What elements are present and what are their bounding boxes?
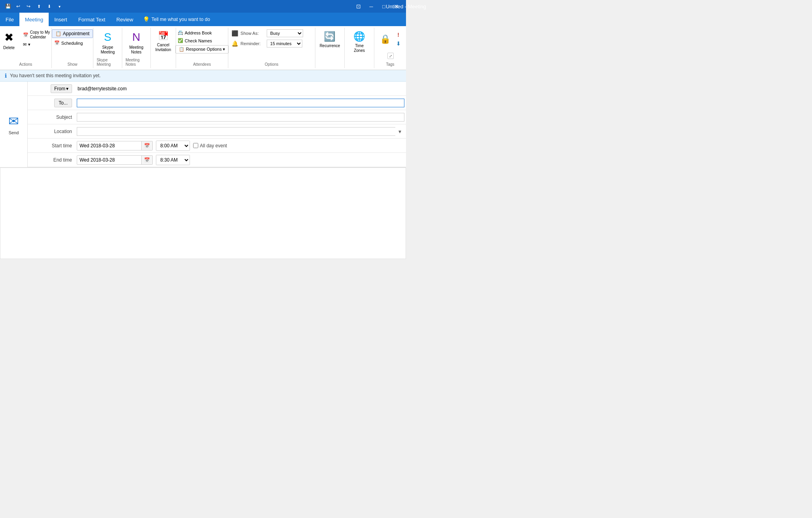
start-time-picker: 8:00 AM 8:30 AM 9:00 AM 9:30 AM 10:00 AM [156,141,190,151]
upload-btn[interactable]: ⬆ [34,2,44,11]
start-date-input[interactable] [77,141,141,150]
letter-icon: ✉ [23,42,27,47]
title-bar: 💾 ↩ ↪ ⬆ ⬇ ▾ Untitled - Meeting ⊡ ─ □ ✕ [0,0,406,13]
meeting-notes-button[interactable]: N MeetingNotes [126,29,147,56]
lock-tag-button[interactable]: 🔒 [378,33,392,45]
quick-save-btn[interactable]: 💾 [3,2,13,11]
quick-access-dropdown[interactable]: ▾ [55,2,64,11]
send-label[interactable]: Send [9,130,19,135]
show-as-icon: ⬛ [231,30,238,36]
attendees-group-label: Attendees [193,61,211,67]
menu-file[interactable]: File [0,13,19,26]
show-as-select[interactable]: Busy Free Tentative Out of Office [267,29,303,37]
delete-button[interactable]: ✖ Delete [0,29,19,52]
location-dropdown-button[interactable]: ▾ [395,127,404,136]
ribbon-attendees-group: 📇 Address Book ✅ Check Names 📋 Response … [176,28,228,68]
end-date-picker: 📅 [77,155,153,165]
skype-icon: S [104,31,112,44]
appointment-button[interactable]: 📋 Appointment [52,29,93,38]
message-body[interactable] [0,168,406,259]
all-day-checkbox[interactable] [193,143,198,148]
cancel-invitation-button[interactable]: 📅✖ CancelInvitation [152,29,174,54]
delete-icon: ✖ [4,31,13,44]
start-time-row: Start time 📅 8:00 AM 8:30 AM [28,139,406,153]
send-icon: ✉ [8,114,19,129]
end-time-select[interactable]: 8:30 AM 9:00 AM 9:30 AM 10:00 AM [156,155,190,165]
check-names-button[interactable]: ✅ Check Names [175,37,214,44]
menu-format-text[interactable]: Format Text [73,13,111,26]
form-section: ✉ Send From ▾ brad@terrytestsite.com [0,82,406,168]
reminder-select[interactable]: 15 minutes 5 minutes 30 minutes 1 hour [267,40,302,48]
importance-high-button[interactable]: ! [395,31,402,39]
ribbon: ✖ Delete 📅 Copy to MyCalendar ✉ ▾ Action… [0,26,406,70]
location-row: Location ▾ [28,124,406,139]
recurrence-icon: 🔄 [324,31,336,42]
to-input[interactable] [77,99,404,107]
recurrence-button[interactable]: 🔄 Recurrence [317,29,343,50]
menu-meeting[interactable]: Meeting [19,13,49,26]
reminder-row: 🔔 Reminder: 15 minutes 5 minutes 30 minu… [231,40,302,48]
check-names-icon: ✅ [178,38,183,43]
location-input[interactable] [77,127,404,136]
menu-review[interactable]: Review [111,13,139,26]
scheduling-button[interactable]: 📅 Scheduling [52,40,85,46]
from-button[interactable]: From ▾ [51,84,72,93]
location-label: Location [54,129,72,134]
options-group-label: Options [265,61,278,67]
response-options-button[interactable]: 📋 Response Options ▾ [175,45,229,53]
ribbon-timezones-group: 🌐 Time Zones [345,28,374,68]
cancel-icon: 📅✖ [158,31,169,41]
all-day-label: All day event [193,143,227,149]
copy-calendar-icon: 📅 [23,32,28,38]
response-options-icon: 📋 [179,47,184,52]
subject-input[interactable] [77,113,404,122]
ribbon-recurrence-group: 🔄 Recurrence [315,28,345,68]
tell-me-bar[interactable]: 💡 Tell me what you want to do [143,13,210,26]
menu-insert[interactable]: Insert [49,13,73,26]
actions-group-label: Actions [19,61,32,67]
importance-low-button[interactable]: ⬇ [395,40,402,48]
main-content: ✉ Send From ▾ brad@terrytestsite.com [0,82,406,259]
end-time-picker: 8:30 AM 9:00 AM 9:30 AM 10:00 AM [156,155,190,165]
show-group-label: Show [68,61,78,67]
start-time-select[interactable]: 8:00 AM 8:30 AM 9:00 AM 9:30 AM 10:00 AM [156,141,190,150]
end-time-row: End time 📅 8:30 AM 9:00 AM [28,153,406,167]
tags-expand-button[interactable]: ⤢ [387,53,394,59]
info-bar: ℹ You haven't sent this meeting invitati… [0,70,406,82]
onenote-icon: N [132,31,140,44]
time-zones-button[interactable]: 🌐 Time Zones [348,29,371,55]
copy-to-calendar-button[interactable]: 📅 Copy to MyCalendar [21,29,53,40]
redo-btn[interactable]: ↪ [24,2,33,11]
ribbon-tags-group: 🔒 ! ⬇ ⤢ Tags [374,28,406,68]
skype-group-label: Skype Meeting [97,56,119,67]
from-email: brad@terrytestsite.com [77,84,404,93]
end-date-calendar-button[interactable]: 📅 [141,156,152,164]
info-icon: ℹ [5,72,7,79]
start-date-picker: 📅 [77,141,153,150]
down-arrow-icon: ⬇ [396,40,401,47]
minimize-btn[interactable]: ─ [365,0,378,13]
ribbon-meeting-notes-group: N MeetingNotes Meeting Notes [122,28,151,68]
to-row: To... [28,96,406,110]
to-button[interactable]: To... [54,99,72,107]
lock-icon: 🔒 [380,34,391,44]
exclamation-icon: ! [397,32,399,38]
undo-btn[interactable]: ↩ [13,2,23,11]
ribbon-skype-group: S SkypeMeeting Skype Meeting [93,28,122,68]
window-settings-btn[interactable]: ⊡ [352,0,365,13]
start-date-calendar-button[interactable]: 📅 [141,141,152,150]
from-dropdown-icon: ▾ [66,86,68,91]
appointment-icon: 📋 [55,31,61,36]
end-date-input[interactable] [77,156,141,164]
ribbon-cancel-group: 📅✖ CancelInvitation [151,28,176,68]
show-as-row: ⬛ Show As: Busy Free Tentative Out of Of… [231,29,303,37]
more-actions-button[interactable]: ✉ ▾ [21,41,53,48]
meeting-notes-group-label: Meeting Notes [125,56,147,67]
reminder-icon: 🔔 [231,40,238,47]
from-row: From ▾ brad@terrytestsite.com [28,82,406,96]
skype-meeting-button[interactable]: S SkypeMeeting [97,29,118,56]
address-book-button[interactable]: 📇 Address Book [175,29,214,36]
tags-group-label: Tags [386,61,394,67]
download-btn[interactable]: ⬇ [44,2,54,11]
info-message: You haven't sent this meeting invitation… [10,73,101,78]
